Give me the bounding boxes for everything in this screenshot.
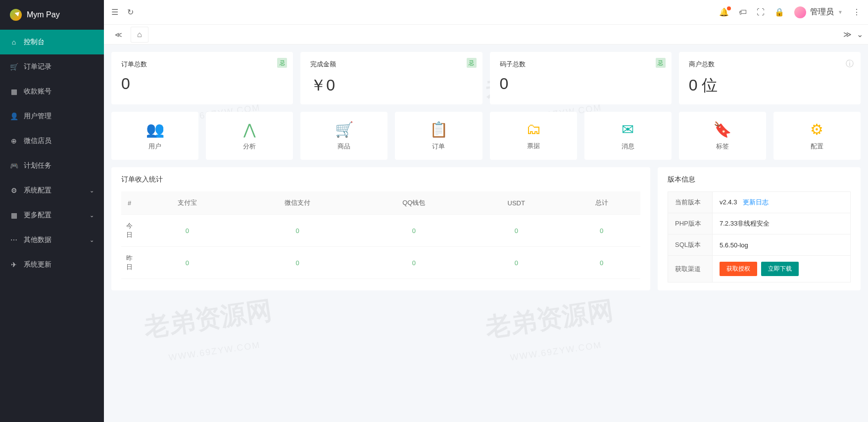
quick-icon: ⚙ bbox=[778, 121, 856, 138]
sidebar-item-5[interactable]: 🎮计划任务 bbox=[0, 153, 104, 178]
auth-button[interactable]: 获取授权 bbox=[720, 262, 757, 276]
sidebar-item-3[interactable]: 👤用户管理 bbox=[0, 104, 104, 129]
nav-label: 系统更新 bbox=[24, 260, 51, 269]
quick-用户[interactable]: 👥用户 bbox=[111, 112, 198, 160]
stat-title: 订单总数 bbox=[121, 60, 283, 69]
info-row: PHP版本7.2.33非线程安全 bbox=[668, 213, 851, 234]
nav-label: 更多配置 bbox=[24, 211, 51, 220]
quick-label: 配置 bbox=[778, 142, 856, 151]
quick-票据[interactable]: 🗂票据 bbox=[490, 112, 577, 160]
sidebar-item-9[interactable]: ✈系统更新 bbox=[0, 252, 104, 277]
tab-back[interactable]: ≪ bbox=[109, 27, 128, 43]
menu-toggle-icon[interactable]: ☰ bbox=[111, 7, 118, 17]
refresh-icon[interactable]: ↻ bbox=[127, 7, 134, 17]
version-panel: 版本信息 当前版本v2.4.3更新日志PHP版本7.2.33非线程安全SQL版本… bbox=[658, 167, 861, 290]
table-cell: 0 bbox=[237, 247, 358, 279]
quick-商品[interactable]: 🛒商品 bbox=[300, 112, 387, 160]
info-key: 当前版本 bbox=[668, 192, 713, 213]
info-icon[interactable]: ⓘ bbox=[846, 59, 854, 69]
nav-icon: ⌂ bbox=[10, 38, 18, 46]
quick-label: 商品 bbox=[305, 142, 383, 151]
table-header: 总计 bbox=[563, 191, 640, 215]
chevron-down-icon: ⌄ bbox=[90, 212, 94, 219]
quick-配置[interactable]: ⚙配置 bbox=[773, 112, 861, 160]
income-title: 订单收入统计 bbox=[121, 175, 640, 184]
sidebar-item-6[interactable]: ⚙系统配置⌄ bbox=[0, 178, 104, 203]
avatar bbox=[794, 6, 806, 18]
table-header: 微信支付 bbox=[237, 191, 358, 215]
info-row-action: 获取渠道获取授权立即下载 bbox=[668, 256, 851, 282]
nav-label: 其他数据 bbox=[24, 235, 51, 244]
nav-icon: ⚙ bbox=[10, 187, 18, 194]
quick-分析[interactable]: ⋀分析 bbox=[206, 112, 293, 160]
tab-home[interactable]: ⌂ bbox=[131, 27, 148, 43]
nav-label: 控制台 bbox=[24, 38, 45, 47]
changelog-link[interactable]: 更新日志 bbox=[743, 198, 769, 206]
quick-icon: 🔖 bbox=[684, 121, 761, 138]
table-cell: 0 bbox=[358, 215, 470, 247]
lock-icon[interactable]: 🔒 bbox=[774, 7, 784, 17]
income-panel: 订单收入统计 #支付宝微信支付QQ钱包USDT总计 今日00000昨日00000 bbox=[111, 167, 650, 290]
tab-forward[interactable]: ≫ bbox=[843, 30, 852, 39]
logo[interactable]: Mym Pay bbox=[0, 0, 104, 30]
brand-name: Mym Pay bbox=[27, 10, 60, 19]
stat-card-0: 订单总数0忌 bbox=[111, 52, 293, 104]
stat-value: 0 bbox=[121, 75, 283, 93]
table-header: # bbox=[121, 191, 138, 215]
info-row: 当前版本v2.4.3更新日志 bbox=[668, 192, 851, 213]
tab-bar: ≪ ⌂ ≫ ⌄ bbox=[104, 25, 868, 45]
quick-标签[interactable]: 🔖标签 bbox=[679, 112, 766, 160]
table-cell: 0 bbox=[470, 247, 563, 279]
quick-消息[interactable]: ✉消息 bbox=[584, 112, 672, 160]
watermark-sub: WWW.69ZYW.COM bbox=[509, 340, 602, 363]
watermark: 老弟资源网 bbox=[142, 293, 274, 345]
tab-dropdown[interactable]: ⌄ bbox=[857, 30, 863, 39]
sidebar-item-7[interactable]: ▦更多配置⌄ bbox=[0, 203, 104, 228]
info-key: SQL版本 bbox=[668, 234, 713, 256]
nav-label: 收款账号 bbox=[24, 87, 51, 96]
quick-label: 分析 bbox=[211, 142, 288, 151]
info-value: 7.2.33非线程安全 bbox=[713, 213, 851, 234]
content: 老弟资源网 WWW.69ZYW.COM 老弟资源网 WWW.69ZYW.COM … bbox=[104, 45, 868, 422]
table-cell: 0 bbox=[358, 247, 470, 279]
user-menu[interactable]: 管理员 ▼ bbox=[794, 6, 843, 18]
table-cell: 0 bbox=[138, 215, 237, 247]
stat-value: 0 bbox=[500, 75, 662, 93]
stat-value: 0 位 bbox=[689, 75, 851, 96]
table-cell: 0 bbox=[470, 215, 563, 247]
stat-title: 码子总数 bbox=[500, 60, 662, 69]
sidebar-item-0[interactable]: ⌂控制台 bbox=[0, 30, 104, 54]
chevron-down-icon: ▼ bbox=[838, 9, 843, 15]
nav-icon: 🎮 bbox=[10, 162, 18, 170]
table-cell: 0 bbox=[138, 247, 237, 279]
stat-card-3: 商户总数0 位ⓘ bbox=[679, 52, 861, 104]
nav-icon: ⊕ bbox=[10, 137, 18, 145]
header: ☰ ↻ 🔔 🏷 ⛶ 🔒 管理员 ▼ ⋮ bbox=[104, 0, 868, 25]
chevron-down-icon: ⌄ bbox=[90, 237, 94, 243]
bell-icon[interactable]: 🔔 bbox=[719, 7, 729, 17]
table-header: USDT bbox=[470, 191, 563, 215]
table-cell: 0 bbox=[563, 215, 640, 247]
quick-icon: 🗂 bbox=[495, 121, 572, 138]
sidebar-item-8[interactable]: ⋯其他数据⌄ bbox=[0, 228, 104, 252]
quick-订单[interactable]: 📋订单 bbox=[395, 112, 482, 160]
sidebar-item-4[interactable]: ⊕微信店员 bbox=[0, 129, 104, 153]
table-row: 昨日00000 bbox=[121, 247, 640, 279]
info-key: PHP版本 bbox=[668, 213, 713, 234]
tag-icon[interactable]: 🏷 bbox=[739, 8, 747, 17]
sidebar-item-2[interactable]: ▦收款账号 bbox=[0, 79, 104, 104]
nav-label: 订单记录 bbox=[24, 62, 51, 71]
quick-label: 用户 bbox=[116, 142, 193, 151]
nav-icon: ⋯ bbox=[10, 236, 18, 244]
nav-icon: 🛒 bbox=[10, 63, 18, 71]
watermark-sub: WWW.69ZYW.COM bbox=[168, 340, 261, 363]
quick-icon: 🛒 bbox=[305, 121, 383, 138]
row-label: 今日 bbox=[121, 215, 138, 247]
quick-icon: ✉ bbox=[589, 121, 667, 138]
download-button[interactable]: 立即下载 bbox=[761, 262, 799, 276]
more-icon[interactable]: ⋮ bbox=[853, 7, 861, 17]
fullscreen-icon[interactable]: ⛶ bbox=[757, 8, 765, 17]
sidebar-item-1[interactable]: 🛒订单记录 bbox=[0, 54, 104, 79]
nav-icon: 👤 bbox=[10, 112, 18, 120]
main: ☰ ↻ 🔔 🏷 ⛶ 🔒 管理员 ▼ ⋮ ≪ ⌂ ≫ ⌄ bbox=[104, 0, 868, 422]
